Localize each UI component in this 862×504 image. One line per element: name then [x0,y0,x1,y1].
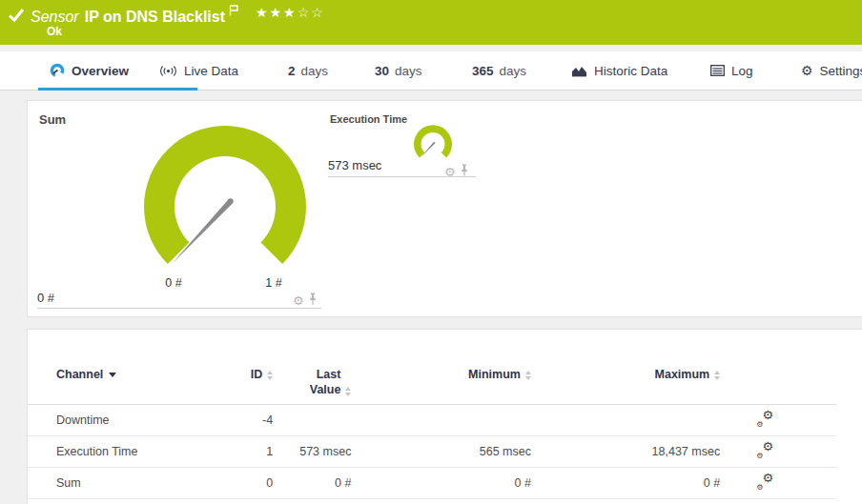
priority-stars[interactable]: ★★★☆☆ [256,5,325,20]
channel-maximum: 0 # [531,476,720,490]
sort-caret-down-icon [109,373,116,377]
stars-empty[interactable]: ☆☆ [298,5,325,20]
execution-time-widget-icons: ⚙ [444,163,469,180]
log-list-icon [710,65,725,76]
column-header-id-label: ID [251,368,263,381]
channels-table-panel: Channel ID Last Value Minimum Maximum Do… [27,329,862,504]
execution-time-widget-divider [328,176,476,177]
column-header-minimum[interactable]: Minimum [351,368,531,381]
execution-time-gauge-title: Execution Time [330,113,407,125]
column-header-channel-label: Channel [56,368,103,381]
execution-time-widget-pin-icon[interactable] [460,163,469,180]
tab-live-data-label: Live Data [184,64,238,78]
execution-time-current-value: 573 msec [328,158,381,172]
sensor-status-text: Ok [47,25,62,38]
gauges-panel: Sum 0 # 1 # 0 # ⚙ Execution Time 573 mse… [27,100,862,317]
table-row: Downtime -4 ⚙⚙ [28,404,836,436]
status-ok-check-icon [8,7,25,28]
gauge-icon [50,63,65,78]
channel-name[interactable]: Sum [56,476,213,490]
channel-minimum: 0 # [351,476,531,490]
table-row: Execution Time 1 573 msec 565 msec 18,43… [28,435,836,468]
tab-2-days[interactable]: 2 days [288,51,328,90]
sum-gauge-title: Sum [39,112,66,127]
page-title: SensorIP on DNS Blacklist [31,3,239,26]
sum-gauge-max-label: 1 # [255,276,293,290]
channel-id: 0 [213,476,273,490]
column-header-maximum[interactable]: Maximum [531,368,720,381]
channel-maximum: 18,437 msec [531,445,720,458]
sum-gauge [144,126,306,269]
tab-log[interactable]: Log [710,51,753,90]
tab-settings[interactable]: ⚙ Settings [801,51,862,90]
sum-current-value: 0 # [37,291,54,305]
tab-overview-label: Overview [72,64,129,78]
sort-arrows-icon [345,387,351,397]
live-data-icon [159,65,177,77]
column-header-channel[interactable]: Channel [56,368,213,381]
sum-gauge-min-label: 0 # [154,276,193,290]
sum-widget-divider [37,308,321,309]
tab-30-days-unit: days [395,64,422,78]
tab-30-days-number: 30 [375,64,389,78]
tab-365-days-unit: days [500,64,527,78]
channel-settings-gears-icon[interactable]: ⚙⚙ [756,443,773,459]
execution-time-gauge [414,125,452,159]
tab-historic-data-label: Historic Data [594,64,667,78]
column-header-last-value[interactable]: Last Value [273,368,351,397]
tab-365-days[interactable]: 365 days [472,51,526,90]
column-header-last-value-label: Last Value [300,368,340,397]
tab-365-days-number: 365 [472,64,494,78]
tab-log-label: Log [731,64,753,78]
channel-minimum: 565 msec [351,445,531,458]
channel-name[interactable]: Downtime [56,413,213,427]
sum-widget-gear-icon[interactable]: ⚙ [293,294,304,307]
settings-gear-icon: ⚙ [801,64,813,77]
sum-widget-icons: ⚙ [293,292,318,309]
sum-widget-pin-icon[interactable] [308,292,318,309]
flag-icon[interactable] [229,3,239,20]
column-header-maximum-label: Maximum [655,368,710,381]
tab-2-days-unit: days [301,64,329,78]
tab-settings-label: Settings [820,64,862,78]
column-header-id[interactable]: ID [213,368,273,381]
stars-filled[interactable]: ★★★ [256,5,298,20]
column-header-minimum-label: Minimum [468,368,521,381]
sensor-name: IP on DNS Blacklist [85,9,225,25]
table-row: Sum 0 0 # 0 # 0 # ⚙⚙ [28,467,836,499]
channel-name[interactable]: Execution Time [56,445,213,458]
sort-arrows-icon [714,371,720,381]
tab-live-data[interactable]: Live Data [159,51,238,90]
object-kind-label: Sensor [31,9,79,25]
channel-last-value: 573 msec [273,445,351,458]
channel-id: 1 [213,445,273,458]
historic-chart-icon [571,65,587,77]
channel-settings-gears-icon[interactable]: ⚙⚙ [756,474,773,491]
tab-30-days[interactable]: 30 days [375,51,422,90]
channel-id: -4 [213,413,273,427]
tab-historic-data[interactable]: Historic Data [571,51,667,90]
tab-bar: Overview Live Data 2 days 30 days 365 da… [0,51,862,91]
sensor-header: SensorIP on DNS Blacklist ★★★☆☆ Ok [0,0,862,45]
table-header-row: Channel ID Last Value Minimum Maximum [28,368,836,405]
tab-2-days-number: 2 [288,64,296,78]
channel-settings-gears-icon[interactable]: ⚙⚙ [756,412,773,428]
channel-last-value: 0 # [273,476,351,490]
